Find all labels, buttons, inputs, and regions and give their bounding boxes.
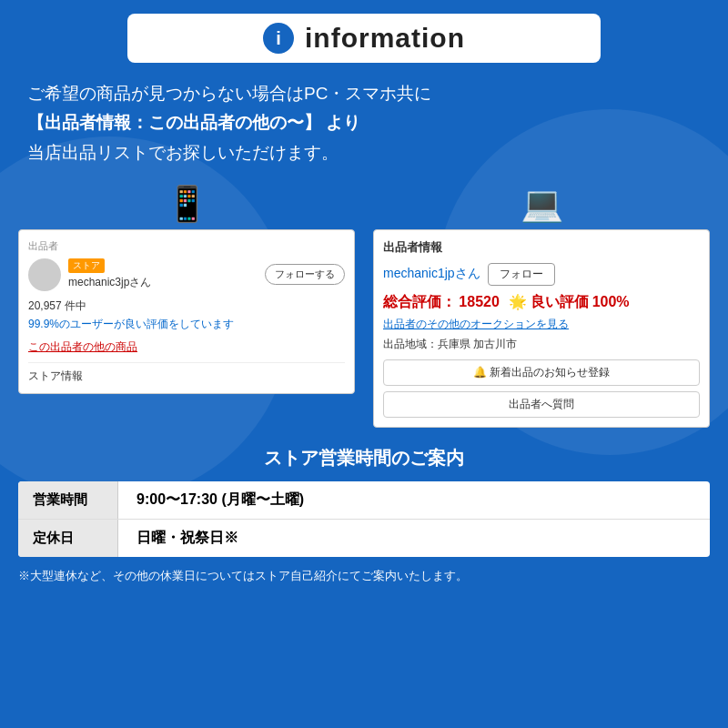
pc-auction-link[interactable]: 出品者のその他のオークションを見る: [383, 317, 700, 332]
pc-seller-row: mechanic1jpさん フォロー: [383, 263, 700, 286]
info-icon: i: [263, 23, 294, 54]
mobile-other-items-link[interactable]: この出品者の他の商品: [28, 339, 345, 355]
store-badge: ストア: [68, 258, 105, 273]
mobile-seller-name: mechanic3jpさん: [68, 275, 151, 290]
pc-device-icon: 💻: [521, 184, 563, 224]
pc-rating-label: 総合評価： 18520: [383, 293, 500, 312]
store-hours-title: ストア営業時間のご案内: [18, 446, 710, 470]
header-box: i information: [127, 14, 601, 63]
hours-label-1: 定休日: [18, 520, 118, 557]
hours-value-1: 日曜・祝祭日※: [118, 520, 257, 557]
hours-label-0: 営業時間: [18, 481, 118, 519]
pc-screenshot-wrapper: 💻 出品者情報 mechanic1jpさん フォロー 総合評価： 18520 🌟…: [373, 184, 710, 428]
pc-rating-value: 18520: [459, 294, 500, 309]
pc-question-btn[interactable]: 出品者へ質問: [383, 391, 700, 418]
store-info-block: ストア mechanic3jpさん: [68, 258, 151, 290]
footer-note: ※大型連休など、その他の休業日についてはストア自己紹介にてご案内いたします。: [18, 568, 710, 584]
mobile-rating: 99.9%のユーザーが良い評価をしています: [28, 317, 345, 332]
pc-seller-info-label: 出品者情報: [383, 239, 700, 256]
pc-location: 出品地域：兵庫県 加古川市: [383, 337, 700, 352]
pc-good-value: 100%: [592, 294, 630, 309]
mobile-device-icon: 📱: [166, 184, 208, 224]
pc-seller-name: mechanic1jpさん: [383, 266, 480, 282]
desc-line3: 当店出品リストでお探しいただけます。: [27, 138, 701, 167]
hours-table: 営業時間 9:00〜17:30 (月曜〜土曜) 定休日 日曜・祝祭日※: [18, 481, 710, 557]
mobile-seller-label: 出品者: [28, 239, 345, 253]
description-block: ご希望の商品が見つからない場合はPC・スマホ共に 【出品者情報：この出品者の他の…: [18, 79, 710, 167]
pc-follow-button[interactable]: フォロー: [488, 263, 555, 286]
hours-value-0: 9:00〜17:30 (月曜〜土曜): [118, 481, 322, 519]
mobile-count: 20,957 件中: [28, 298, 345, 314]
hours-row-1: 定休日 日曜・祝祭日※: [18, 520, 710, 557]
mobile-screenshot-wrapper: 📱 出品者 ストア mechanic3jpさん フォローする 20,957 件中…: [18, 184, 355, 394]
desc-line1: ご希望の商品が見つからない場合はPC・スマホ共に: [27, 79, 701, 108]
avatar: [28, 258, 61, 291]
mobile-seller-row: ストア mechanic3jpさん フォローする: [28, 258, 345, 291]
pc-rating-row: 総合評価： 18520 🌟 良い評価 100%: [383, 293, 700, 312]
header-title: information: [305, 23, 465, 54]
mobile-screenshot: 出品者 ストア mechanic3jpさん フォローする 20,957 件中 9…: [18, 229, 355, 394]
mobile-follow-button[interactable]: フォローする: [265, 264, 345, 285]
desc-line2: 【出品者情報：この出品者の他の〜】 より: [27, 108, 701, 137]
hours-row-0: 営業時間 9:00〜17:30 (月曜〜土曜): [18, 481, 710, 520]
main-container: i information ご希望の商品が見つからない場合はPC・スマホ共に 【…: [0, 0, 728, 598]
pc-screenshot: 出品者情報 mechanic1jpさん フォロー 総合評価： 18520 🌟 良…: [373, 229, 710, 428]
pc-good-rating: 🌟 良い評価 100%: [509, 293, 630, 312]
screenshots-row: 📱 出品者 ストア mechanic3jpさん フォローする 20,957 件中…: [18, 184, 710, 428]
pc-notification-btn[interactable]: 🔔 新着出品のお知らせ登録: [383, 359, 700, 386]
mobile-store-info: ストア情報: [28, 362, 345, 384]
